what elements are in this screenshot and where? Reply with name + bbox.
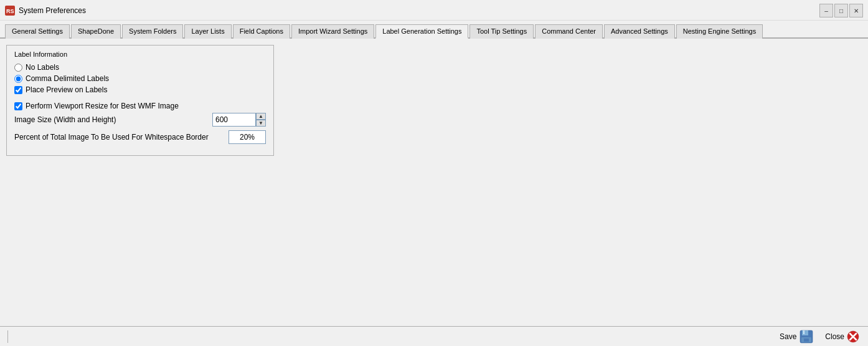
save-button[interactable]: Save (776, 328, 818, 345)
comma-delimited-label[interactable]: Comma Delimited Labels (26, 74, 109, 83)
status-left (5, 330, 776, 343)
close-label: Close (825, 332, 844, 341)
title-bar: RS System Preferences – □ ✕ (0, 0, 868, 21)
title-bar-controls: – □ ✕ (819, 4, 863, 17)
tab-system-folders[interactable]: System Folders (122, 24, 183, 39)
svg-rect-3 (802, 330, 808, 335)
image-size-label: Image Size (Width and Height) (14, 115, 116, 124)
title-bar-left: RS System Preferences (5, 6, 86, 16)
no-labels-radio[interactable] (14, 64, 22, 72)
tab-import-wizard[interactable]: Import Wizard Settings (291, 24, 374, 39)
image-size-input-wrap: ▲ ▼ (212, 113, 266, 127)
status-bar: Save Close (0, 326, 868, 346)
comma-delimited-row: Comma Delimited Labels (14, 74, 266, 83)
image-size-input[interactable] (212, 113, 256, 127)
svg-rect-4 (803, 330, 804, 334)
tabs-container: General Settings ShapeDone System Folder… (0, 21, 868, 39)
whitespace-row: Percent of Total Image To Be Used For Wh… (14, 130, 266, 144)
close-button[interactable]: Close (821, 329, 863, 344)
tab-label-generation[interactable]: Label Generation Settings (375, 24, 468, 39)
whitespace-input-wrap (229, 130, 266, 144)
tab-layer-lists[interactable]: Layer Lists (184, 24, 231, 39)
image-size-up-button[interactable]: ▲ (256, 113, 266, 120)
comma-delimited-radio[interactable] (14, 75, 22, 83)
place-preview-label[interactable]: Place Preview on Labels (26, 85, 107, 94)
tab-nesting[interactable]: Nesting Engine Settings (676, 24, 763, 39)
maximize-button[interactable]: □ (834, 4, 848, 17)
tab-general-settings[interactable]: General Settings (5, 24, 70, 39)
tab-field-captions[interactable]: Field Captions (233, 24, 290, 39)
viewport-resize-row: Perform Viewport Resize for Best WMF Ima… (14, 102, 266, 110)
svg-rect-6 (804, 339, 809, 342)
close-icon (847, 330, 859, 343)
save-label: Save (780, 332, 796, 341)
whitespace-input[interactable] (229, 130, 266, 144)
no-labels-label[interactable]: No Labels (26, 63, 59, 72)
status-divider (7, 330, 8, 343)
no-labels-row: No Labels (14, 63, 266, 72)
place-preview-row: Place Preview on Labels (14, 85, 266, 94)
close-window-button[interactable]: ✕ (849, 4, 863, 17)
tab-advanced[interactable]: Advanced Settings (604, 24, 675, 39)
tab-tooltip[interactable]: Tool Tip Settings (469, 24, 534, 39)
image-size-spinner: ▲ ▼ (256, 113, 266, 127)
label-information-panel: Label Information No Labels Comma Delimi… (6, 45, 274, 156)
app-icon: RS (5, 6, 15, 16)
tab-command-center[interactable]: Command Center (535, 24, 603, 39)
whitespace-label: Percent of Total Image To Be Used For Wh… (14, 133, 209, 142)
status-right: Save Close (776, 328, 863, 345)
save-icon (799, 329, 814, 344)
image-size-down-button[interactable]: ▼ (256, 120, 266, 127)
svg-text:RS: RS (6, 8, 14, 14)
image-size-row: Image Size (Width and Height) ▲ ▼ (14, 113, 266, 127)
main-content: Label Information No Labels Comma Delimi… (0, 39, 868, 326)
panel-title: Label Information (14, 50, 266, 58)
tab-shapedone[interactable]: ShapeDone (71, 24, 121, 39)
viewport-resize-checkbox[interactable] (14, 102, 22, 110)
minimize-button[interactable]: – (819, 4, 833, 17)
place-preview-checkbox[interactable] (14, 86, 22, 94)
window-title: System Preferences (19, 6, 86, 15)
viewport-resize-label[interactable]: Perform Viewport Resize for Best WMF Ima… (26, 102, 179, 110)
